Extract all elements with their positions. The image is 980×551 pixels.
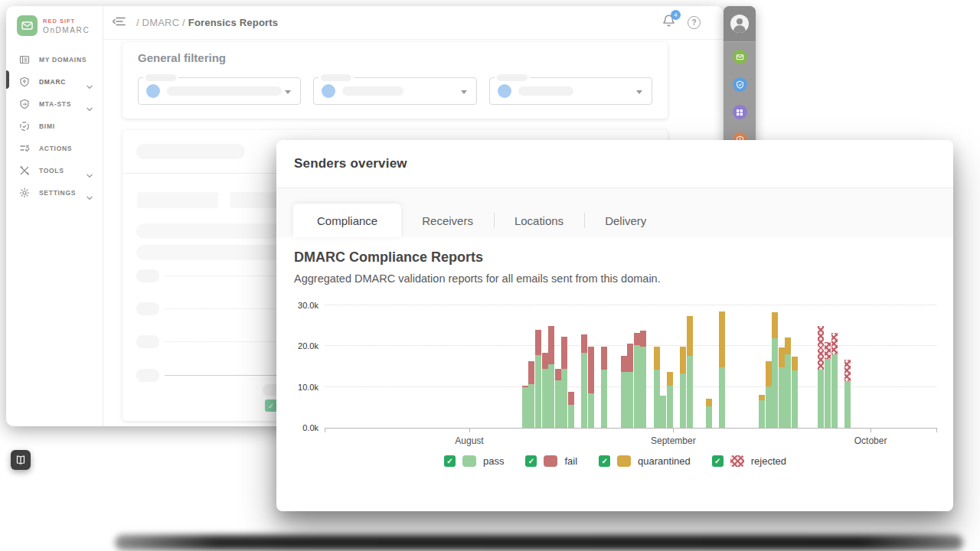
stacked-bar[interactable] — [719, 311, 725, 428]
bar-segment-quarantined — [779, 347, 785, 367]
purple-grid-app-icon[interactable] — [733, 105, 747, 119]
stacked-bar[interactable] — [561, 337, 567, 428]
stacked-bar[interactable] — [555, 369, 561, 428]
stacked-bar[interactable] — [528, 361, 534, 428]
stacked-bar[interactable] — [634, 333, 640, 428]
legend-checkbox[interactable]: ✓ — [525, 455, 537, 467]
sidebar: RED SIFT OnDMARC MY DOMAINSDMARCMTA-STSB… — [6, 6, 103, 426]
skeleton-legend-checkbox[interactable]: ✓ — [265, 399, 277, 412]
x-axis-line — [325, 428, 936, 429]
sidebar-item-label: BIMI — [39, 122, 55, 130]
stacked-bar[interactable] — [640, 331, 646, 428]
help-button[interactable]: ? — [688, 16, 701, 29]
sidebar-item-actions[interactable]: ACTIONS — [6, 137, 103, 159]
x-axis-tick — [936, 428, 937, 432]
ondmarc-app-icon[interactable] — [733, 50, 747, 64]
bar-segment-rejected — [844, 360, 851, 381]
legend-checkbox[interactable]: ✓ — [599, 455, 610, 467]
stacked-bar[interactable] — [542, 353, 548, 428]
stacked-bar[interactable] — [844, 360, 851, 428]
stacked-bar[interactable] — [667, 372, 673, 428]
chevron-down-icon — [285, 90, 291, 94]
modal-header: Senders overview — [276, 140, 953, 188]
stacked-bar[interactable] — [785, 337, 791, 428]
stacked-bar[interactable] — [825, 342, 831, 428]
bar-segment-quarantined — [719, 311, 725, 367]
bar-segment-quarantined — [706, 399, 712, 406]
stacked-bar[interactable] — [687, 316, 693, 428]
stacked-bar[interactable] — [831, 333, 838, 428]
senders-overview-modal: Senders overview ComplianceReceiversLoca… — [276, 140, 953, 511]
bar-segment-pass — [581, 353, 587, 428]
select-avatar-skeleton — [322, 84, 335, 98]
bar-segment-rejected — [818, 326, 824, 370]
legend-item-fail: ✓fail — [525, 455, 577, 467]
chevron-down-icon — [87, 168, 93, 181]
select-value-skeleton — [342, 86, 403, 96]
bar-segment-quarantined — [680, 347, 686, 373]
sidebar-nav: MY DOMAINSDMARCMTA-STSBIMIACTIONSTOOLSSE… — [6, 48, 103, 204]
tab-delivery[interactable]: Delivery — [584, 204, 667, 237]
legend-checkbox[interactable]: ✓ — [444, 455, 456, 467]
stacked-bar[interactable] — [535, 330, 541, 428]
checklist-icon — [19, 142, 31, 155]
stacked-bar[interactable] — [759, 395, 765, 428]
chart-legend: ✓pass✓fail✓quarantined✓rejected — [294, 455, 936, 467]
modal-tabs: ComplianceReceiversLocationsDelivery — [276, 188, 953, 237]
legend-label: quarantined — [638, 455, 691, 467]
stacked-bar[interactable] — [792, 357, 798, 428]
notifications-button[interactable]: 4 — [662, 14, 675, 31]
stacked-bar[interactable] — [766, 361, 772, 428]
sidebar-item-label: TOOLS — [39, 167, 64, 174]
sidebar-item-bimi[interactable]: BIMI — [6, 115, 103, 137]
sidebar-item-dmarc[interactable]: DMARC — [6, 70, 103, 93]
stacked-bar[interactable] — [601, 347, 607, 428]
bar-segment-fail — [627, 344, 633, 372]
tab-receivers[interactable]: Receivers — [401, 204, 494, 237]
stacked-bar[interactable] — [522, 386, 528, 428]
filter-select-3[interactable] — [489, 77, 652, 105]
stacked-bar[interactable] — [588, 347, 594, 428]
tab-compliance[interactable]: Compliance — [293, 204, 401, 237]
stacked-bar[interactable] — [779, 347, 785, 428]
bar-segment-fail — [542, 353, 548, 369]
stacked-bar[interactable] — [706, 399, 712, 428]
sidebar-item-tools[interactable]: TOOLS — [6, 159, 103, 181]
stacked-bar[interactable] — [772, 312, 778, 428]
legend-swatch — [730, 455, 744, 467]
sidebar-item-settings[interactable]: SETTINGS — [6, 181, 103, 204]
tab-locations[interactable]: Locations — [494, 204, 584, 237]
stacked-bar[interactable] — [680, 347, 686, 428]
collapse-menu-icon[interactable] — [113, 16, 126, 30]
bar-segment-rejected — [831, 333, 838, 354]
filter-select-1[interactable] — [138, 77, 301, 105]
stacked-bar[interactable] — [568, 392, 574, 428]
stacked-bar[interactable] — [627, 344, 633, 428]
bar-segment-pass — [680, 373, 686, 428]
bar-segment-pass — [792, 370, 798, 428]
bar-segment-pass — [601, 370, 607, 428]
blue-shield-app-icon[interactable] — [733, 77, 747, 92]
legend-checkbox[interactable]: ✓ — [712, 455, 724, 467]
bar-segment-pass — [719, 367, 725, 428]
skeleton-axis-label — [136, 369, 159, 382]
bar-segment-pass — [535, 355, 541, 428]
stacked-bar[interactable] — [660, 396, 666, 428]
y-axis-label: 20.0k — [291, 341, 318, 350]
x-axis-tick — [871, 428, 871, 432]
bar-segment-pass — [654, 370, 660, 428]
filter-select-2[interactable] — [313, 77, 476, 105]
stacked-bar[interactable] — [654, 347, 660, 428]
brand-logo[interactable]: RED SIFT OnDMARC — [6, 6, 103, 42]
sidebar-item-mta-sts[interactable]: MTA-STS — [6, 93, 103, 115]
bar-segment-fail — [601, 347, 607, 369]
stacked-bar[interactable] — [581, 334, 587, 428]
docs-widget-button[interactable] — [11, 450, 31, 470]
stacked-bar[interactable] — [621, 356, 627, 428]
stacked-bar[interactable] — [548, 326, 554, 428]
sidebar-item-my-domains[interactable]: MY DOMAINS — [6, 48, 103, 70]
user-avatar[interactable] — [730, 15, 749, 33]
topbar: / DMARC / Forensics Reports 4 ? — [103, 6, 724, 40]
breadcrumb-prefix[interactable]: / DMARC / — [136, 17, 188, 28]
stacked-bar[interactable] — [818, 326, 824, 428]
